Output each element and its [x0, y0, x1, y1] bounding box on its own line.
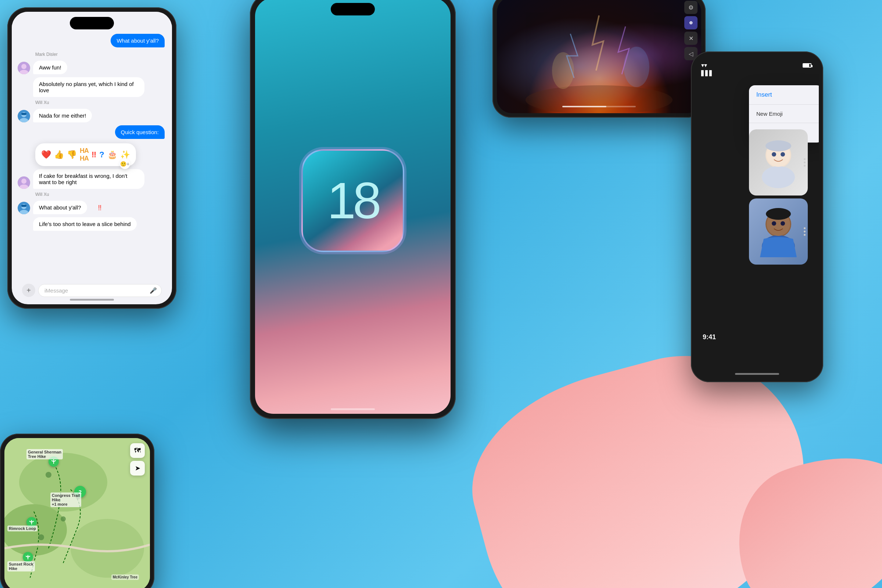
emoji-status-bar: ▾▾ ▋▋▋: [701, 62, 713, 76]
emoji-question[interactable]: ?: [99, 150, 104, 159]
svg-point-27: [772, 221, 776, 226]
memoji-card-2: [749, 198, 808, 265]
sender-name-mark: Mark Disler: [35, 52, 166, 57]
game-content: ⚙ ⊕ ✕ ◁: [497, 0, 701, 113]
memoji-card-1: [749, 129, 808, 195]
svg-point-26: [766, 208, 791, 220]
map-toggle-button[interactable]: 🗺: [130, 443, 145, 458]
maps-screen: General ShermanTree Hike 2 Congress Trai…: [4, 438, 150, 588]
phone-game: ⚙ ⊕ ✕ ◁: [492, 0, 706, 118]
svg-point-33: [46, 472, 51, 478]
map-controls: 🗺 ➤: [130, 443, 145, 476]
svg-rect-6: [21, 113, 27, 115]
game-button-2[interactable]: ⊕: [684, 16, 698, 29]
ios18-screen: 18: [255, 0, 450, 414]
message-text: If cake for breakfast is wrong, I don't …: [33, 169, 144, 189]
message-row-aww: Aww fun!: [18, 61, 166, 74]
svg-point-36: [38, 534, 44, 540]
emoji-screen-content: ▾▾ ▋▋▋ Insert New Emoji Cancel: [695, 56, 819, 378]
memoji-cards-list: [749, 129, 815, 265]
message-row-haha: What about y'all? ‼️: [18, 201, 166, 214]
message-row-nada: Nada for me either!: [18, 109, 166, 122]
lock-screen-time: 9:41: [703, 333, 716, 341]
svg-point-21: [772, 152, 776, 156]
svg-point-8: [21, 178, 27, 184]
message-row-lifeshort: Life's too short to leave a slice behind: [18, 217, 166, 231]
message-input-bar: + iMessage 🎤: [16, 284, 168, 297]
emoji-thumbsup[interactable]: 👍: [54, 150, 64, 159]
ios18-icon-background: 18: [302, 149, 404, 252]
avatar-will-2: [18, 202, 30, 214]
message-bubble-right-1: What about y'all?: [18, 34, 166, 47]
emoji-sparkle[interactable]: ✨: [120, 150, 130, 159]
svg-point-35: [61, 516, 66, 522]
phone-emoji: ▾▾ ▋▋▋ Insert New Emoji Cancel: [691, 51, 823, 382]
game-ui-controls: ⚙ ⊕ ✕ ◁: [684, 1, 698, 60]
avatar-will: [18, 110, 30, 122]
memoji-card-dots-2: [804, 228, 806, 236]
message-input-field[interactable]: iMessage 🎤: [38, 284, 162, 297]
svg-point-14: [525, 85, 672, 113]
emoji-reaction-bar[interactable]: ❤️ 👍 👎 HAHA ‼️ ? 🎂 ✨ 🙂+: [35, 143, 136, 166]
insert-menu-item[interactable]: Insert: [749, 85, 819, 105]
map-label-sherman: General ShermanTree Hike: [27, 449, 63, 459]
map-content: General ShermanTree Hike 2 Congress Trai…: [4, 438, 150, 588]
map-label-rimrock: Rimrock Loop: [8, 525, 38, 531]
emoji-heart[interactable]: ❤️: [41, 150, 51, 159]
dynamic-island: [70, 17, 114, 29]
svg-point-15: [552, 52, 574, 89]
phone-messages: What about y'all? Mark Disler Aww fun! A…: [8, 8, 176, 309]
message-text: Life's too short to leave a slice behind: [33, 217, 137, 231]
more-emoji-button[interactable]: 🙂+: [120, 159, 130, 169]
memoji-card-dots-1: [804, 158, 806, 167]
exclamation-reaction: ‼️: [98, 204, 102, 212]
new-emoji-menu-item[interactable]: New Emoji: [749, 105, 819, 123]
input-placeholder: iMessage: [45, 287, 68, 294]
battery-indicator: [802, 63, 812, 68]
emoji-cake[interactable]: 🎂: [107, 150, 117, 159]
svg-point-28: [781, 221, 785, 226]
home-indicator: [70, 299, 114, 301]
message-row-cake: If cake for breakfast is wrong, I don't …: [18, 169, 166, 189]
map-label-mckinley: McKinley Tree: [111, 574, 139, 580]
map-pin-sunsetrock[interactable]: [23, 552, 33, 562]
sender-name-will: Will Xu: [35, 100, 166, 105]
sender-name-will-2: Will Xu: [35, 192, 166, 197]
svg-point-1: [21, 64, 27, 69]
add-attachment-button[interactable]: +: [22, 284, 35, 297]
message-text-haha: What about y'all? ‼️: [33, 201, 87, 214]
game-button-1[interactable]: ⚙: [684, 1, 698, 14]
message-row-noplans: Absolutely no plans yet, which I kind of…: [18, 77, 166, 97]
message-text: Aww fun!: [33, 61, 67, 74]
svg-point-18: [762, 166, 795, 188]
message-text: Nada for me either!: [33, 109, 92, 122]
memoji-avatar-1: [756, 137, 800, 188]
map-label-congress: Congress TrailHike+1 more: [50, 492, 81, 507]
avatar-mark-2: [18, 176, 30, 189]
svg-point-20: [765, 140, 791, 152]
messages-screen: What about y'all? Mark Disler Aww fun! A…: [12, 12, 172, 304]
ios18-version-number: 18: [327, 175, 378, 226]
phone-ios18-center: 18: [250, 0, 456, 419]
message-bubble-right-2: Quick question:: [18, 125, 166, 139]
game-progress-fill: [562, 106, 606, 107]
avatar-mark: [18, 62, 30, 74]
dynamic-island-center: [331, 3, 375, 15]
game-button-3[interactable]: ✕: [684, 32, 698, 45]
home-indicator-emoji: [735, 373, 779, 375]
phone-maps: General ShermanTree Hike 2 Congress Trai…: [0, 434, 154, 588]
emoji-haha[interactable]: HAHA: [80, 147, 88, 162]
svg-rect-13: [21, 205, 27, 207]
signal-icon: ▋▋▋: [701, 70, 713, 76]
emoji-thumbsdown[interactable]: 👎: [67, 150, 77, 159]
mic-icon: 🎤: [150, 287, 157, 294]
map-location-button[interactable]: ➤: [130, 461, 145, 476]
home-indicator-ios18: [331, 408, 375, 410]
emoji-exclaim[interactable]: ‼️: [92, 150, 96, 159]
wifi-icon: ▾▾: [701, 62, 713, 69]
game-screen: ⚙ ⊕ ✕ ◁: [497, 0, 701, 113]
svg-point-22: [781, 152, 785, 156]
message-text: What about y'all?: [111, 34, 165, 47]
message-text: Quick question:: [115, 125, 165, 139]
message-text: Absolutely no plans yet, which I kind of…: [33, 77, 144, 97]
